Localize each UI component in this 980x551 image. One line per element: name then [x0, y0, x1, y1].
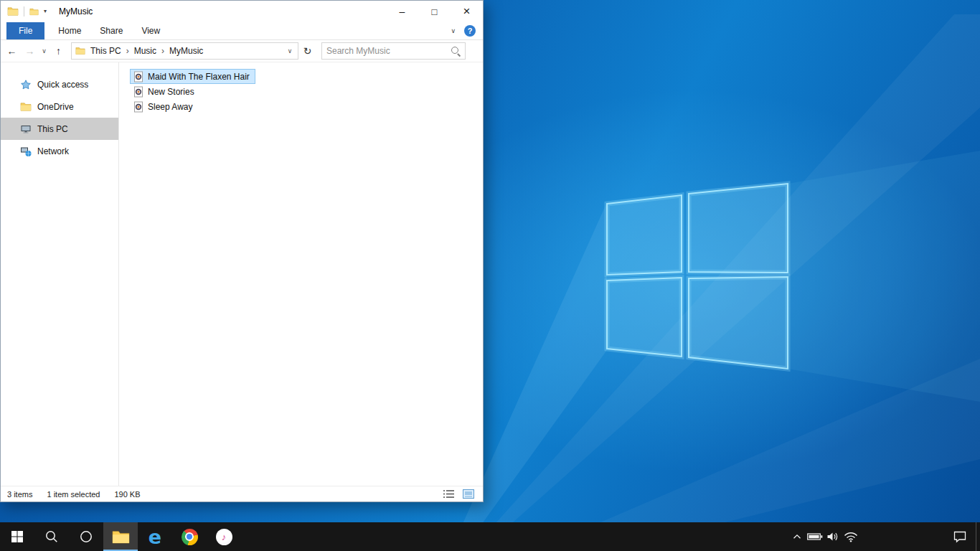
media-file-icon — [133, 71, 144, 83]
wifi-icon — [844, 532, 858, 542]
tab-share[interactable]: Share — [90, 22, 132, 39]
ribbon-collapse-icon[interactable]: ∨ — [451, 27, 456, 34]
address-box[interactable]: This PC › Music › MyMusic ∨ — [71, 42, 298, 60]
show-desktop-button[interactable] — [976, 522, 980, 551]
this-pc-icon — [20, 123, 32, 135]
taskbar-edge-button[interactable]: e — [138, 522, 172, 551]
status-selection: 1 item selected — [47, 490, 100, 499]
quick-access-toolbar: ▾ — [7, 6, 47, 17]
media-file-icon — [133, 101, 144, 113]
sidebar-item-label: OneDrive — [37, 102, 74, 112]
search-input[interactable] — [326, 46, 451, 56]
media-file-icon — [133, 86, 144, 98]
maximize-button[interactable]: □ — [418, 1, 451, 22]
details-view-button[interactable] — [441, 488, 456, 501]
navigation-pane: Quick access OneDrive This PC Network — [1, 62, 119, 486]
cortana-icon — [79, 529, 93, 544]
tab-file[interactable]: File — [6, 22, 44, 39]
minimize-button[interactable]: – — [386, 1, 418, 22]
ribbon-tab-bar: File Home Share View ∨ ? — [1, 22, 483, 40]
sidebar-item-label: Quick access — [37, 80, 88, 90]
sidebar-item-label: This PC — [37, 124, 68, 134]
status-item-count: 3 items — [7, 490, 32, 499]
titlebar: ▾ MyMusic – □ × — [1, 1, 483, 22]
ribbon-right-controls: ∨ ? — [451, 22, 483, 39]
breadcrumb-music[interactable]: Music — [129, 46, 161, 56]
qat-separator — [24, 6, 24, 17]
file-item-maid-with-the-flaxen-hair[interactable]: Maid With The Flaxen Hair — [130, 69, 255, 84]
status-size: 190 KB — [114, 490, 140, 499]
quick-access-star-icon — [20, 79, 32, 90]
tray-overflow-button[interactable] — [788, 522, 806, 551]
qat-customize-chevron-icon[interactable]: ▾ — [44, 8, 47, 15]
search-box — [321, 42, 466, 60]
details-view-icon — [443, 489, 454, 499]
large-icons-view-icon — [463, 489, 474, 499]
chevron-up-icon — [793, 534, 801, 540]
taskbar-file-explorer-button[interactable] — [103, 522, 138, 551]
file-name: New Stories — [148, 87, 194, 97]
volume-button[interactable] — [824, 522, 842, 551]
action-center-button[interactable] — [944, 522, 976, 551]
file-explorer-icon — [112, 529, 130, 545]
address-folder-icon — [75, 46, 85, 56]
cortana-button[interactable] — [69, 522, 103, 551]
breadcrumb-mymusic[interactable]: MyMusic — [164, 46, 208, 56]
back-button[interactable]: ← — [3, 45, 21, 57]
window-controls: – □ × — [386, 1, 483, 22]
refresh-icon[interactable]: ↻ — [298, 45, 316, 57]
window-title: MyMusic — [59, 6, 93, 17]
window-folder-icon — [7, 6, 19, 17]
volume-icon — [826, 532, 839, 542]
large-icons-view-button[interactable] — [461, 488, 476, 501]
file-name: Sleep Away — [148, 102, 193, 112]
address-bar-row: ← → ∨ ↑ This PC › Music › MyMusic ∨ ↻ — [1, 40, 483, 62]
action-center-icon — [953, 530, 967, 543]
forward-button[interactable]: → — [21, 45, 39, 57]
sidebar-item-network[interactable]: Network — [1, 140, 118, 162]
address-dropdown-icon[interactable]: ∨ — [284, 47, 296, 55]
taskbar-search-button[interactable] — [34, 522, 69, 551]
file-name: Maid With The Flaxen Hair — [148, 72, 250, 82]
file-list: Maid With The Flaxen Hair New Stories Sl… — [119, 62, 483, 486]
system-tray — [788, 522, 859, 551]
close-button[interactable]: × — [451, 1, 483, 22]
file-explorer-window: ▾ MyMusic – □ × File Home Share View ∨ ?… — [0, 0, 484, 502]
windows-logo-icon — [11, 531, 23, 542]
battery-icon — [807, 532, 823, 541]
help-icon[interactable]: ? — [464, 25, 476, 37]
explorer-body: Quick access OneDrive This PC Network Ma… — [1, 62, 483, 486]
search-icon — [44, 529, 59, 544]
taskbar-itunes-button[interactable]: ♪ — [207, 522, 241, 551]
tray-spacer — [859, 522, 944, 551]
qat-folder-button-icon[interactable] — [29, 7, 39, 17]
file-item-new-stories[interactable]: New Stories — [130, 84, 200, 99]
tab-view[interactable]: View — [132, 22, 169, 39]
sidebar-item-this-pc[interactable]: This PC — [1, 118, 118, 140]
view-toggle-group — [441, 488, 476, 501]
itunes-icon: ♪ — [216, 529, 232, 545]
tab-home[interactable]: Home — [49, 22, 90, 39]
status-bar: 3 items 1 item selected 190 KB — [1, 486, 483, 501]
up-button[interactable]: ↑ — [50, 45, 67, 57]
start-button[interactable] — [0, 522, 34, 551]
sidebar-item-label: Network — [37, 146, 69, 156]
search-icon[interactable] — [451, 46, 461, 56]
taskbar-chrome-button[interactable] — [172, 522, 207, 551]
battery-status-button[interactable] — [806, 522, 824, 551]
file-item-sleep-away[interactable]: Sleep Away — [130, 99, 199, 114]
recent-locations-chevron-icon[interactable]: ∨ — [39, 47, 50, 55]
sidebar-item-onedrive[interactable]: OneDrive — [1, 95, 118, 118]
sidebar-item-quick-access[interactable]: Quick access — [1, 73, 118, 95]
onedrive-icon — [20, 101, 32, 113]
taskbar: e ♪ — [0, 522, 980, 551]
breadcrumb-this-pc[interactable]: This PC — [85, 46, 126, 56]
network-icon — [20, 146, 32, 157]
chrome-icon — [182, 529, 198, 545]
edge-icon: e — [149, 527, 161, 547]
network-status-button[interactable] — [842, 522, 859, 551]
